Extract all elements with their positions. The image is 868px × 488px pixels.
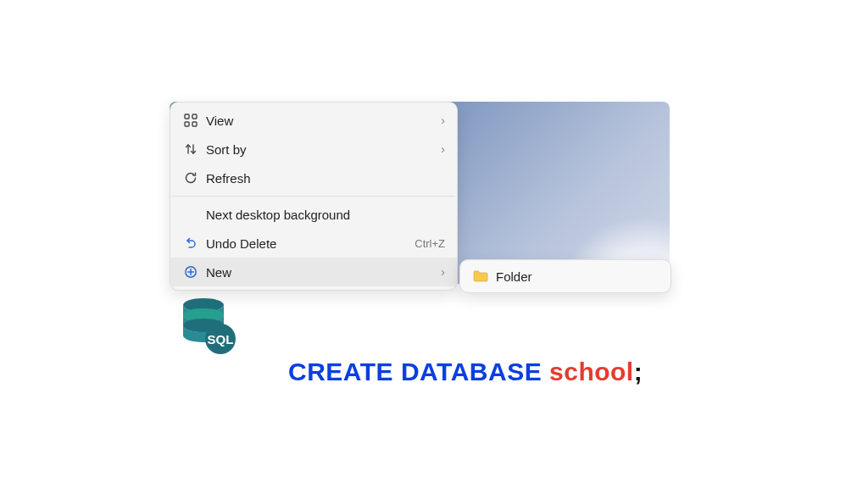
submenu-item-folder[interactable]: Folder	[460, 263, 670, 289]
grid-icon	[179, 112, 203, 129]
chevron-right-icon: ›	[434, 114, 445, 127]
sql-badge-text: SQL	[208, 332, 234, 347]
menu-item-label: New	[203, 265, 434, 280]
sql-statement: CREATE DATABASE school;	[288, 358, 643, 386]
menu-item-next-desktop-background[interactable]: Next desktop background	[170, 200, 457, 229]
chevron-right-icon: ›	[434, 265, 445, 279]
folder-icon	[469, 268, 492, 285]
sort-icon	[179, 141, 203, 158]
svg-rect-0	[185, 114, 189, 119]
refresh-icon	[179, 169, 203, 186]
menu-item-refresh[interactable]: Refresh	[170, 164, 457, 192]
undo-icon	[179, 235, 203, 252]
svg-rect-2	[185, 122, 189, 126]
sql-identifier: school	[549, 358, 634, 385]
svg-rect-1	[192, 114, 197, 119]
chevron-right-icon: ›	[434, 142, 445, 156]
canvas: View › Sort by › Refresh Next desktop ba…	[0, 0, 868, 488]
menu-item-label: Refresh	[203, 171, 445, 186]
sql-terminator: ;	[634, 358, 643, 385]
menu-item-label: Sort by	[203, 142, 434, 157]
menu-item-label: Next desktop background	[203, 208, 445, 222]
sql-keyword: CREATE DATABASE	[288, 358, 542, 385]
svg-rect-3	[192, 122, 197, 126]
menu-item-sort-by[interactable]: Sort by ›	[170, 135, 457, 164]
menu-item-label: Undo Delete	[203, 236, 415, 251]
new-submenu: Folder	[459, 259, 671, 293]
menu-item-undo-delete[interactable]: Undo Delete Ctrl+Z	[170, 229, 457, 258]
sql-database-icon: SQL	[174, 293, 240, 359]
menu-item-shortcut: Ctrl+Z	[415, 237, 445, 250]
menu-item-label: View	[203, 114, 434, 128]
plus-circle-icon	[179, 263, 203, 280]
menu-item-view[interactable]: View ›	[170, 106, 457, 135]
desktop-context-menu: View › Sort by › Refresh Next desktop ba…	[170, 102, 458, 291]
menu-separator	[172, 196, 455, 197]
submenu-item-label: Folder	[492, 269, 659, 284]
blank-icon	[179, 206, 203, 223]
menu-item-new[interactable]: New ›	[170, 258, 457, 286]
